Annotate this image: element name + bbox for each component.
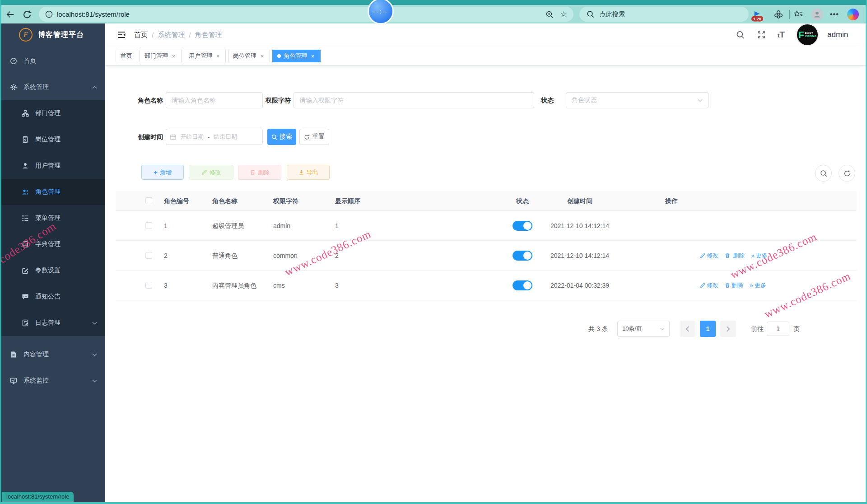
browser-profile-icon[interactable] [811, 8, 823, 20]
header-search-icon[interactable] [736, 31, 745, 39]
tab-post[interactable]: 岗位管理× [228, 50, 270, 62]
row-edit-link[interactable]: 修改 [700, 281, 718, 289]
sidebar-collapse-icon[interactable] [117, 30, 126, 39]
sidebar-item-user[interactable]: 用户管理 [0, 153, 105, 179]
breadcrumb-home[interactable]: 首页 [134, 31, 148, 39]
sidebar: F 博客管理平台 首页 系统管理 部门管理 岗位管理 [0, 23, 105, 502]
chevron-down-icon [92, 353, 97, 356]
sidebar-item-dict[interactable]: 字典管理 [0, 231, 105, 257]
add-button[interactable]: + 新增 [141, 165, 184, 180]
users-icon [22, 188, 29, 196]
close-icon[interactable]: × [259, 53, 265, 60]
next-page-button[interactable] [720, 321, 736, 337]
sidebar-item-home[interactable]: 首页 [0, 48, 105, 74]
site-info-icon[interactable] [45, 10, 53, 18]
close-icon[interactable]: × [171, 53, 177, 60]
close-icon[interactable]: × [215, 53, 221, 60]
col-order: 显示顺序 [335, 191, 360, 211]
browser-chrome: localhost:81/system/role ☆ 点此搜索 1.20 [0, 0, 867, 23]
page-size-select[interactable]: 10条/页 [617, 321, 670, 337]
log-icon [22, 319, 29, 327]
sidebar-item-content[interactable]: 内容管理 [0, 341, 105, 368]
tab-home[interactable]: 首页 [116, 50, 137, 62]
user-avatar[interactable]: F EAST CODING [796, 23, 819, 46]
status-toggle[interactable] [513, 251, 532, 261]
row-more-link[interactable]: » 更多 [751, 252, 768, 260]
start-date-placeholder: 开始日期 [180, 133, 204, 141]
sidebar-item-notice[interactable]: 通知公告 [0, 284, 105, 310]
breadcrumb: 首页 / 系统管理 / 角色管理 [134, 23, 222, 46]
page-unit-label: 页 [793, 321, 800, 337]
col-role-id: 角色编号 [164, 191, 189, 211]
sidebar-item-log[interactable]: 日志管理 [0, 310, 105, 336]
sidebar-item-config[interactable]: 参数设置 [0, 257, 105, 284]
status-toggle[interactable] [513, 221, 532, 231]
close-icon[interactable]: × [310, 53, 316, 60]
browser-back-icon[interactable] [5, 9, 15, 19]
row-delete-link[interactable]: 删除 [725, 281, 743, 289]
search-button[interactable]: 搜索 [267, 129, 296, 145]
collections-icon[interactable] [794, 10, 803, 19]
reset-button[interactable]: 重置 [299, 129, 329, 145]
zoom-in-icon[interactable] [545, 10, 554, 19]
pagination-total: 共 3 条 [588, 321, 608, 337]
status-select[interactable]: 角色状态 [566, 92, 709, 108]
role-name-input[interactable] [172, 97, 257, 104]
browser-menu-icon[interactable]: ••• [830, 10, 839, 19]
sidebar-item-monitor[interactable]: 系统监控 [0, 368, 105, 394]
table-header: 角色编号 角色名称 权限字符 显示顺序 状态 创建时间 操作 [116, 191, 857, 211]
breadcrumb-role: 角色管理 [195, 31, 222, 39]
row-checkbox[interactable] [145, 252, 152, 259]
tab-user[interactable]: 用户管理× [184, 50, 226, 62]
end-date-placeholder: 结束日期 [214, 133, 237, 141]
app-title: 博客管理平台 [38, 30, 84, 40]
page-number-button[interactable]: 1 [700, 321, 716, 337]
copilot-icon[interactable] [847, 9, 859, 20]
page-content: 角色名称 权限字符 状态 角色状态 创建时间 开始日期 - 结束日期 [105, 66, 867, 502]
delete-button[interactable]: 删除 [238, 165, 281, 180]
show-search-toggle-button[interactable] [815, 165, 832, 182]
edit-button[interactable]: 修改 [189, 165, 233, 180]
sidebar-item-role[interactable]: 角色管理 [0, 179, 105, 205]
select-all-checkbox[interactable] [145, 197, 152, 204]
main-panel: 首页 / 系统管理 / 角色管理 tT F EAST CODING admin [105, 23, 867, 502]
refresh-table-button[interactable] [839, 165, 855, 182]
goto-page-input[interactable] [767, 322, 789, 336]
row-delete-link[interactable]: 删除 [725, 252, 745, 260]
date-range-picker[interactable]: 开始日期 - 结束日期 [166, 129, 263, 145]
extensions-icon[interactable] [774, 10, 783, 19]
browser-search-box[interactable]: 点此搜索 [579, 7, 749, 22]
fullscreen-icon[interactable] [757, 30, 766, 39]
gear-icon [10, 84, 17, 91]
tab-dept[interactable]: 部门管理× [140, 50, 182, 62]
sidebar-item-system[interactable]: 系统管理 [0, 74, 105, 100]
address-bar[interactable]: localhost:81/system/role ☆ [39, 7, 573, 22]
tab-role[interactable]: 角色管理× [272, 50, 321, 62]
chevron-down-icon [698, 99, 703, 102]
col-perm: 权限字符 [273, 191, 298, 211]
username-menu[interactable]: admin [827, 30, 848, 39]
row-edit-link[interactable]: 修改 [700, 252, 718, 260]
flag-extension-icon[interactable]: 1.20 [753, 10, 761, 18]
status-toggle[interactable] [513, 280, 532, 290]
chevron-down-icon [92, 322, 97, 325]
app-logo: F 博客管理平台 [0, 23, 105, 46]
url-text[interactable]: localhost:81/system/role [57, 10, 130, 18]
export-button[interactable]: 导出 [287, 165, 330, 180]
sidebar-item-menu[interactable]: 菜单管理 [0, 205, 105, 231]
favorite-star-icon[interactable]: ☆ [560, 10, 567, 18]
row-checkbox[interactable] [145, 222, 152, 229]
message-icon [22, 293, 29, 300]
browser-reload-icon[interactable] [23, 10, 32, 19]
sidebar-item-post[interactable]: 岗位管理 [0, 126, 105, 153]
sidebar-item-dept[interactable]: 部门管理 [0, 100, 105, 126]
role-name-input-wrap [166, 92, 263, 108]
font-size-icon[interactable]: tT [778, 30, 785, 40]
row-checkbox[interactable] [145, 282, 152, 289]
flag-badge: 1.20 [751, 16, 763, 21]
prev-page-button[interactable] [680, 321, 695, 337]
download-icon [298, 169, 304, 175]
row-more-link[interactable]: » 更多 [750, 281, 766, 289]
browser-toolbar: localhost:81/system/role ☆ 点此搜索 1.20 [0, 5, 867, 23]
perm-input[interactable] [299, 97, 528, 104]
